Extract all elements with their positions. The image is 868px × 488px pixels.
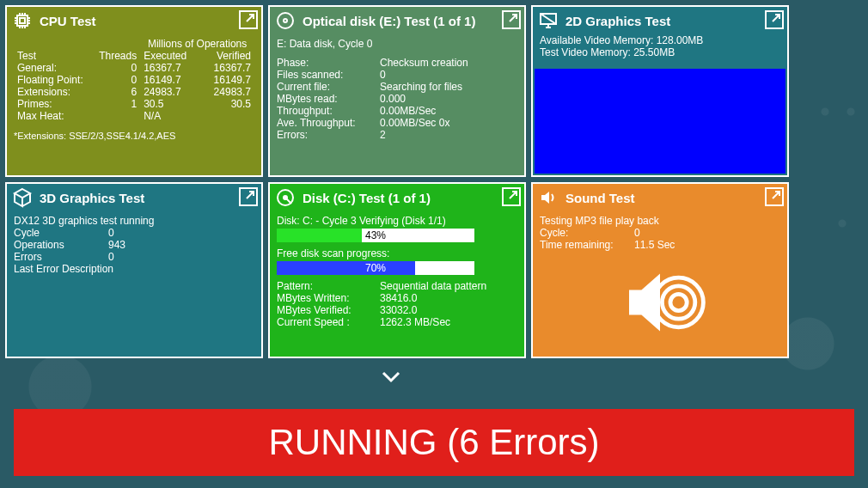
3d-last-error-label: Last Error Description xyxy=(14,263,254,275)
svg-point-14 xyxy=(278,13,293,28)
svg-point-24 xyxy=(662,286,694,319)
svg-point-23 xyxy=(670,294,687,310)
table-row: General:016367.716367.7 xyxy=(14,62,254,74)
list-item: MBytes Written:38416.0 xyxy=(277,292,517,304)
optical-test-title: Optical disk (E:) Test (1 of 1) xyxy=(303,14,519,28)
3d-expand-button[interactable] xyxy=(239,187,258,206)
disk-expand-button[interactable] xyxy=(502,187,521,206)
svg-line-22 xyxy=(285,198,291,204)
disk-desc: Disk: C: - Cycle 3 Verifying (Disk 1/1) xyxy=(277,215,517,227)
hard-disk-icon xyxy=(275,187,296,208)
3d-graphics-tile: 3D Graphics Test DX12 3D graphics test r… xyxy=(5,182,263,358)
list-item: MBytes Verified:33032.0 xyxy=(277,304,517,316)
list-item: Ave. Throughput:0.00MB/Sec 0x xyxy=(277,117,517,129)
2d-avail-mem: Available Video Memory: 128.00MB xyxy=(540,34,780,46)
svg-rect-1 xyxy=(20,18,25,23)
cpu-col-super: Millions of Operations xyxy=(140,38,254,50)
cpu-col-test: Test xyxy=(14,50,92,62)
3d-graphics-title: 3D Graphics Test xyxy=(40,191,256,205)
sound-icon xyxy=(538,187,559,208)
2d-test-mem: Test Video Memory: 25.50MB xyxy=(540,46,780,58)
cube-icon xyxy=(12,187,33,208)
disk-test-title: Disk (C:) Test (1 of 1) xyxy=(303,191,519,205)
3d-desc: DX12 3D graphics test running xyxy=(14,215,254,227)
svg-point-15 xyxy=(284,19,287,22)
optical-test-tile: Optical disk (E:) Test (1 of 1) E: Data … xyxy=(268,5,526,177)
status-text: RUNNING (6 Errors) xyxy=(269,422,600,463)
table-row: Floating Point:016149.716149.7 xyxy=(14,74,254,86)
optical-expand-button[interactable] xyxy=(502,10,521,29)
cpu-footnote: *Extensions: SSE/2/3,SSE4.1/4.2,AES xyxy=(14,131,254,141)
sound-test-title: Sound Test xyxy=(565,191,782,205)
monitor-icon xyxy=(538,10,559,31)
2d-graphics-tile: 2D Graphics Test Available Video Memory:… xyxy=(531,5,789,177)
list-item: Operations943 xyxy=(14,239,254,251)
optical-desc: E: Data disk, Cycle 0 xyxy=(277,38,517,50)
table-row: Primes:130.530.5 xyxy=(14,98,254,110)
cpu-col-ver: Verified xyxy=(201,50,254,62)
list-item: Phase:Checksum creation xyxy=(277,57,517,69)
list-item: Cycle:0 xyxy=(540,227,780,239)
chevron-down-icon[interactable] xyxy=(0,369,782,387)
cpu-test-tile: CPU Test Millions of Operations Test Thr… xyxy=(5,5,263,177)
disk-verify-progress-label: 43% xyxy=(277,229,474,242)
cpu-table: Millions of Operations Test Threads Exec… xyxy=(14,38,254,122)
disk-free-label: Free disk scan progress: xyxy=(277,247,517,259)
2d-render-area xyxy=(535,69,785,174)
table-row: Extensions:624983.724983.7 xyxy=(14,86,254,98)
list-item: Cycle0 xyxy=(14,227,254,239)
disk-free-progress: 70% xyxy=(277,261,474,275)
cpu-icon xyxy=(12,10,33,31)
2d-expand-button[interactable] xyxy=(765,10,784,29)
cpu-expand-button[interactable] xyxy=(239,10,258,29)
disk-test-tile: Disk (C:) Test (1 of 1) Disk: C: - Cycle… xyxy=(268,182,526,358)
list-item: MBytes read:0.000 xyxy=(277,93,517,105)
disk-free-progress-label: 70% xyxy=(277,261,474,275)
2d-graphics-title: 2D Graphics Test xyxy=(565,14,782,28)
svg-rect-0 xyxy=(17,15,28,26)
cpu-col-threads: Threads xyxy=(92,50,140,62)
list-item: Time remaining:11.5 Sec xyxy=(540,239,780,251)
sound-desc: Testing MP3 file play back xyxy=(540,215,780,227)
cpu-col-exec: Executed xyxy=(140,50,200,62)
status-bar: RUNNING (6 Errors) xyxy=(14,409,854,476)
svg-line-17 xyxy=(541,14,556,24)
optical-disc-icon xyxy=(275,10,296,31)
table-row: Max Heat:N/A xyxy=(14,110,254,122)
speaker-icon xyxy=(608,251,712,354)
list-item: Errors0 xyxy=(14,251,254,263)
list-item: Files scanned:0 xyxy=(277,69,517,81)
list-item: Pattern:Sequential data pattern xyxy=(277,280,517,292)
list-item: Throughput:0.00MB/Sec xyxy=(277,105,517,117)
list-item: Current file:Searching for files xyxy=(277,81,517,93)
list-item: Current Speed :1262.3 MB/Sec xyxy=(277,316,517,328)
sound-test-tile: Sound Test Testing MP3 file play back Cy… xyxy=(531,182,789,358)
sound-expand-button[interactable] xyxy=(765,187,784,206)
cpu-test-title: CPU Test xyxy=(40,14,256,28)
list-item: Errors:2 xyxy=(277,129,517,141)
disk-verify-progress: 43% xyxy=(277,229,474,242)
